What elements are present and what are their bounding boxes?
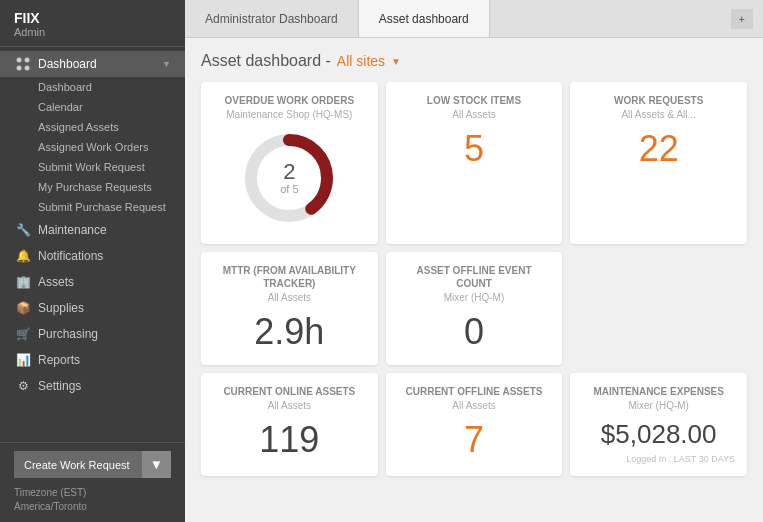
sidebar-navigation: Dashboard ▼ Dashboard Calendar Assigned … <box>0 47 185 442</box>
supplies-label: Supplies <box>38 301 171 315</box>
nav-sub-item-submit-work-request[interactable]: Submit Work Request <box>0 157 185 177</box>
purchasing-label: Purchasing <box>38 327 171 341</box>
svg-point-2 <box>17 66 22 71</box>
brand-sub: Admin <box>14 26 171 38</box>
asset-offline-subtitle: Mixer (HQ-M) <box>398 292 551 303</box>
tab-administrator-dashboard[interactable]: Administrator Dashboard <box>185 0 359 37</box>
tab-action-button[interactable]: + <box>731 9 753 29</box>
nav-sub-item-submit-purchase-request[interactable]: Submit Purchase Request <box>0 197 185 217</box>
offline-value: 7 <box>398 419 551 461</box>
sidebar-item-dashboard[interactable]: Dashboard ▼ <box>0 51 185 77</box>
expenses-footer: Logged In : LAST 30 DAYS <box>582 454 735 464</box>
work-requests-value: 22 <box>582 128 735 170</box>
donut-chart: 2 of 5 <box>239 128 339 228</box>
create-work-request-dropdown[interactable]: ▼ <box>142 451 171 478</box>
wrench-icon: 🔧 <box>14 223 32 237</box>
dashboard-title-text: Asset dashboard - <box>201 52 331 70</box>
tab-asset-dashboard[interactable]: Asset dashboard <box>359 0 490 37</box>
svg-point-3 <box>25 66 30 71</box>
nav-sub-item-calendar[interactable]: Calendar <box>0 97 185 117</box>
expenses-value: $5,028.00 <box>582 419 735 450</box>
sidebar-item-maintenance[interactable]: 🔧 Maintenance <box>0 217 185 243</box>
create-work-request-button[interactable]: Create Work Request <box>14 451 142 478</box>
sidebar-item-notifications[interactable]: 🔔 Notifications <box>0 243 185 269</box>
brand-area: FIIX Admin <box>0 0 185 47</box>
card-low-stock: LOW STOCK ITEMS All Assets 5 <box>386 82 563 244</box>
assets-icon: 🏢 <box>14 275 32 289</box>
brand-name: FIIX <box>14 10 171 26</box>
expenses-subtitle: Mixer (HQ-M) <box>582 400 735 411</box>
card-current-offline: CURRENT OFFLINE ASSETS All Assets 7 <box>386 373 563 476</box>
tab-action-area: + <box>721 0 763 37</box>
donut-value: 2 <box>280 161 298 183</box>
card-work-requests: WORK REQUESTS All Assets & All... 22 <box>570 82 747 244</box>
overdue-card-subtitle: Maintenance Shop (HQ-MS) <box>213 109 366 120</box>
card-current-online: CURRENT ONLINE ASSETS All Assets 119 <box>201 373 378 476</box>
nav-sub-item-assigned-work-orders[interactable]: Assigned Work Orders <box>0 137 185 157</box>
low-stock-title: LOW STOCK ITEMS <box>398 94 551 107</box>
mttr-value: 2.9h <box>213 311 366 353</box>
work-requests-title: WORK REQUESTS <box>582 94 735 107</box>
cart-icon: 🛒 <box>14 327 32 341</box>
chart-icon: 📊 <box>14 353 32 367</box>
mttr-subtitle: All Assets <box>213 292 366 303</box>
create-btn-container: Create Work Request ▼ <box>14 451 171 478</box>
donut-chart-container: 2 of 5 <box>213 128 366 228</box>
online-value: 119 <box>213 419 366 461</box>
card-mttr: MTTR (FROM AVAILABILITY TRACKER) All Ass… <box>201 252 378 365</box>
low-stock-value: 5 <box>398 128 551 170</box>
main-content: Administrator Dashboard Asset dashboard … <box>185 0 763 522</box>
nav-sub-item-dashboard[interactable]: Dashboard <box>0 77 185 97</box>
sidebar-item-purchasing[interactable]: 🛒 Purchasing <box>0 321 185 347</box>
asset-offline-title: ASSET OFFLINE EVENT COUNT <box>398 264 551 290</box>
work-requests-subtitle: All Assets & All... <box>582 109 735 120</box>
sidebar: FIIX Admin Dashboard ▼ Dashboard C <box>0 0 185 522</box>
timezone-info: Timezone (EST) America/Toronto <box>14 486 171 514</box>
card-overdue-work-orders: OVERDUE WORK ORDERS Maintenance Shop (HQ… <box>201 82 378 244</box>
bell-icon: 🔔 <box>14 249 32 263</box>
svg-point-0 <box>17 58 22 63</box>
cards-grid-bottom: CURRENT ONLINE ASSETS All Assets 119 CUR… <box>201 373 747 476</box>
card-asset-offline: ASSET OFFLINE EVENT COUNT Mixer (HQ-M) 0 <box>386 252 563 365</box>
sidebar-item-reports[interactable]: 📊 Reports <box>0 347 185 373</box>
sidebar-footer: Create Work Request ▼ Timezone (EST) Ame… <box>0 442 185 522</box>
card-maintenance-expenses: MAINTENANCE EXPENSES Mixer (HQ-M) $5,028… <box>570 373 747 476</box>
sidebar-item-settings[interactable]: ⚙ Settings <box>0 373 185 399</box>
nav-sub-item-assigned-assets[interactable]: Assigned Assets <box>0 117 185 137</box>
online-title: CURRENT ONLINE ASSETS <box>213 385 366 398</box>
dashboard-content: Asset dashboard - All sites ▼ OVERDUE WO… <box>185 38 763 522</box>
donut-of: of 5 <box>280 183 298 195</box>
overdue-card-title: OVERDUE WORK ORDERS <box>213 94 366 107</box>
top-tabs: Administrator Dashboard Asset dashboard … <box>185 0 763 38</box>
settings-label: Settings <box>38 379 171 393</box>
sidebar-item-assets[interactable]: 🏢 Assets <box>0 269 185 295</box>
expenses-title: MAINTENANCE EXPENSES <box>582 385 735 398</box>
gear-icon: ⚙ <box>14 379 32 393</box>
asset-offline-value: 0 <box>398 311 551 353</box>
sidebar-item-supplies[interactable]: 📦 Supplies <box>0 295 185 321</box>
dashboard-arrow: ▼ <box>162 59 171 69</box>
dashboard-icon <box>14 57 32 71</box>
notifications-label: Notifications <box>38 249 171 263</box>
cards-grid-top: OVERDUE WORK ORDERS Maintenance Shop (HQ… <box>201 82 747 365</box>
online-subtitle: All Assets <box>213 400 366 411</box>
offline-subtitle: All Assets <box>398 400 551 411</box>
site-filter-link[interactable]: All sites <box>337 53 385 69</box>
site-filter-arrow: ▼ <box>391 56 401 67</box>
low-stock-subtitle: All Assets <box>398 109 551 120</box>
assets-label: Assets <box>38 275 171 289</box>
mttr-title: MTTR (FROM AVAILABILITY TRACKER) <box>213 264 366 290</box>
timezone-value: America/Toronto <box>14 500 171 514</box>
dashboard-title: Asset dashboard - All sites ▼ <box>201 52 747 70</box>
donut-text: 2 of 5 <box>280 161 298 195</box>
reports-label: Reports <box>38 353 171 367</box>
maintenance-label: Maintenance <box>38 223 171 237</box>
dashboard-label: Dashboard <box>38 57 162 71</box>
timezone-label: Timezone (EST) <box>14 486 171 500</box>
offline-title: CURRENT OFFLINE ASSETS <box>398 385 551 398</box>
supplies-icon: 📦 <box>14 301 32 315</box>
svg-point-1 <box>25 58 30 63</box>
nav-sub-item-my-purchase-requests[interactable]: My Purchase Requests <box>0 177 185 197</box>
